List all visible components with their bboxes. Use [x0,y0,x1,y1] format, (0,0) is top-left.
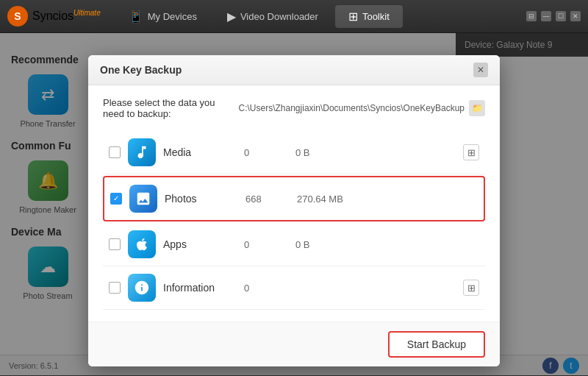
modal-header: One Key Backup ✕ [88,55,500,85]
modal-close-button[interactable]: ✕ [473,63,488,77]
modal-title: One Key Backup [100,64,182,76]
information-expand-button[interactable]: ⊞ [463,280,479,296]
apps-size: 0 B [295,239,479,250]
modal-body: Please select the data you need to backu… [88,85,500,322]
top-nav: S SynciosUltimate 📱 My Devices ▶ Video D… [0,0,588,33]
logo-text: SynciosUltimate [32,9,101,23]
nav-tabs: 📱 My Devices ▶ Video Downloader ⊞ Toolki… [115,5,526,28]
photos-icon [129,185,157,213]
tab-video-downloader[interactable]: ▶ Video Downloader [214,5,331,28]
restore-button[interactable]: ☐ [556,11,566,21]
path-label: Please select the data you need to backu… [103,97,239,119]
tab-toolkit[interactable]: ⊞ Toolkit [335,5,403,28]
information-label: Information [163,282,237,294]
minimize-button[interactable]: ⊟ [526,11,537,21]
media-checkbox[interactable] [109,146,121,158]
apps-icon [128,230,156,258]
media-expand-button[interactable]: ⊞ [463,144,479,160]
photos-label: Photos [165,193,238,205]
information-icon [128,274,156,302]
information-checkbox[interactable] [109,282,121,294]
modal-footer: Start Backup [88,322,500,366]
video-icon: ▶ [227,10,236,24]
tab-my-devices[interactable]: 📱 My Devices [115,5,210,28]
media-label: Media [163,146,237,158]
media-size: 0 B [295,147,456,158]
app-logo: S SynciosUltimate [7,6,101,26]
apps-count: 0 [244,239,288,250]
one-key-backup-modal: One Key Backup ✕ Please select the data … [88,55,500,366]
apps-label: Apps [163,238,237,250]
photos-checkbox[interactable] [110,193,122,205]
information-count: 0 [244,283,288,294]
maximize-button[interactable]: — [541,11,551,21]
media-count: 0 [244,147,288,158]
backup-item-media: Media 0 0 B ⊞ [103,131,485,174]
logo-icon: S [7,6,28,26]
apps-checkbox[interactable] [109,238,121,250]
backup-item-photos: Photos 668 270.64 MB [103,176,485,221]
photos-count: 668 [245,194,290,205]
modal-overlay: One Key Backup ✕ Please select the data … [0,33,588,375]
window-controls: ⊟ — ☐ ✕ [526,11,581,21]
path-row: Please select the data you need to backu… [103,97,485,119]
backup-item-information: Information 0 ⊞ [103,266,485,310]
toolkit-icon: ⊞ [348,10,358,24]
main-area: Device: Galaxy Note 9 Recommende ⇄ Phone… [0,33,588,375]
photos-size: 270.64 MB [297,194,478,205]
path-value: C:\Users\Zhangjiaxin\Documents\Syncios\O… [239,103,465,113]
browse-folder-button[interactable]: 📁 [469,100,485,116]
backup-item-apps: Apps 0 0 B [103,223,485,266]
media-icon [128,138,156,166]
start-backup-button[interactable]: Start Backup [388,331,485,358]
close-window-button[interactable]: ✕ [570,11,581,21]
devices-icon: 📱 [129,10,143,24]
